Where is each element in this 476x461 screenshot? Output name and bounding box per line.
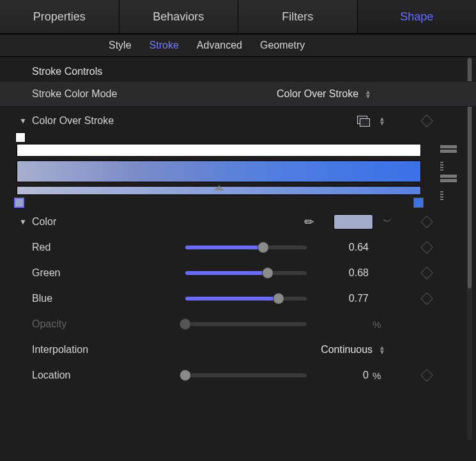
midpoint-handle-icon[interactable] [214,185,224,191]
unit-opacity: % [372,319,385,330]
row-location: Location 0% [14,363,462,388]
row-color-over-stroke: ▼ Color Over Stroke ▲▼ [14,107,462,135]
row-stroke-color-mode: Stroke Color Mode Color Over Stroke ▲▼ [0,81,476,107]
label-red: Red [32,242,173,253]
gradient-preset-icon[interactable] [357,116,370,126]
label-green: Green [32,267,173,279]
tab-properties[interactable]: Properties [0,0,119,33]
slider-location[interactable] [185,373,307,377]
tab-behaviors[interactable]: Behaviors [119,0,239,33]
opacity-stop[interactable] [15,132,26,143]
distribute-opacity-tags-icon[interactable] [440,160,457,169]
row-interpolation: Interpolation Continuous ▲▼ [14,337,462,363]
color-gradient-bar[interactable] [17,160,421,182]
main-tabs: Properties Behaviors Filters Shape [0,0,476,35]
label-location: Location [32,370,173,381]
tab-filters[interactable]: Filters [238,0,358,33]
distribute-opacity-icon[interactable] [440,145,457,154]
label-stroke-color-mode: Stroke Color Mode [32,88,173,100]
subtab-advanced[interactable]: Advanced [197,40,242,51]
slider-opacity [185,322,307,326]
label-color: Color [32,216,173,228]
value-green[interactable]: 0.68 [330,267,369,279]
stroke-color-mode-stepper-icon[interactable]: ▲▼ [365,90,371,98]
distribute-color-tags-icon[interactable] [440,190,457,199]
slider-blue[interactable] [185,297,307,301]
slider-red[interactable] [185,246,307,249]
gradient-distribute-icons-2 [440,175,457,199]
label-blue: Blue [32,293,173,304]
disclosure-color-over-stroke[interactable]: ▼ [19,116,27,125]
interpolation-value[interactable]: Continuous [321,344,372,356]
gradient-distribute-icons [440,145,457,169]
eyedropper-icon[interactable]: ✎ [301,214,318,230]
row-red: Red 0.64 [14,235,462,260]
gradient-editor [14,144,424,195]
subtab-geometry[interactable]: Geometry [260,40,305,51]
tab-shape[interactable]: Shape [358,0,477,33]
label-opacity: Opacity [32,318,173,330]
scrollbar[interactable] [467,57,472,441]
color-stop-right[interactable] [413,198,424,208]
color-stop-left[interactable] [14,198,24,208]
slider-green[interactable] [185,271,307,275]
value-blue[interactable]: 0.77 [330,293,369,304]
unit-location: % [372,370,385,381]
value-location[interactable]: 0 [330,370,369,381]
gradient-preset-stepper-icon[interactable]: ▲▼ [379,116,385,125]
color-gradient-preview[interactable] [17,186,421,195]
color-swatch[interactable] [334,214,373,230]
value-red[interactable]: 0.64 [330,242,369,253]
label-color-over-stroke: Color Over Stroke [32,115,173,127]
distribute-color-icon[interactable] [440,175,457,184]
row-color: ▼ Color ✎ ﹀ [14,209,462,235]
row-green: Green 0.68 [14,260,462,286]
label-interpolation: Interpolation [32,344,173,356]
section-title: Stroke Controls [14,57,462,81]
row-blue: Blue 0.77 [14,286,462,311]
color-swatch-menu-icon[interactable]: ﹀ [383,216,392,228]
sub-tabs: Style Stroke Advanced Geometry [0,35,476,57]
interpolation-stepper-icon[interactable]: ▲▼ [379,345,385,354]
subtab-stroke[interactable]: Stroke [150,40,179,51]
row-opacity: Opacity % [14,311,462,337]
opacity-bar[interactable] [17,144,421,157]
stroke-color-mode-value[interactable]: Color Over Stroke [277,88,358,100]
subtab-style[interactable]: Style [109,40,132,51]
disclosure-color[interactable]: ▼ [19,217,27,226]
